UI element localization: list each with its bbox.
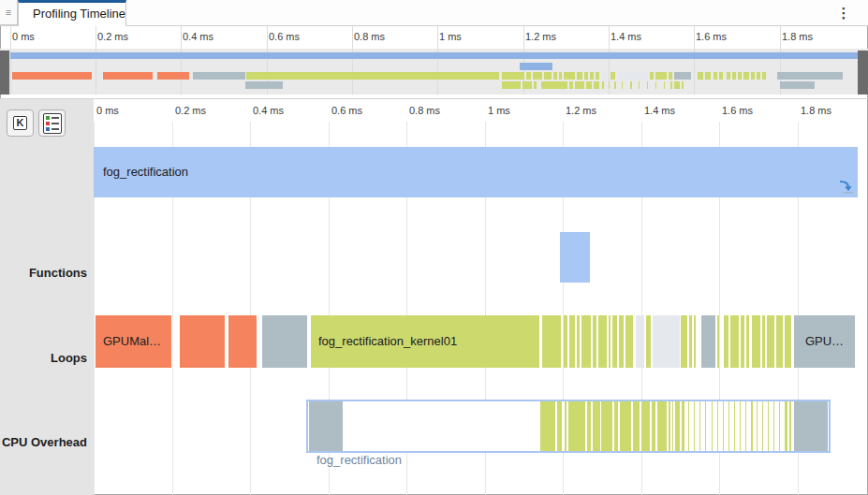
overview-cpu-overhead-segment: [698, 72, 703, 80]
cpu-overhead-row-segment[interactable]: [625, 315, 633, 368]
gpu-activities-row-segment[interactable]: [794, 401, 828, 451]
cpu-overhead-row-segment[interactable]: [689, 315, 692, 368]
cpu-overhead-row-segment[interactable]: [598, 315, 607, 368]
gpu-activities-row-segment[interactable]: [568, 401, 585, 451]
gpu-activities-row-segment[interactable]: [540, 401, 555, 451]
row-label-loops: Loops: [0, 351, 87, 365]
cpu-overhead-row-segment[interactable]: [609, 315, 611, 368]
cpu-overhead-row-segment[interactable]: [681, 315, 687, 368]
overview-cpu-overhead-segment: [193, 72, 245, 80]
gpu-activities-row-segment[interactable]: [723, 401, 724, 451]
cpu-overhead-row-segment[interactable]: [653, 315, 680, 368]
gpu-activities-row-segment[interactable]: [657, 401, 667, 451]
gpu-activities-row-segment[interactable]: [593, 401, 600, 451]
gpu-activities-row-segment[interactable]: [740, 401, 741, 451]
gpu-activities-row-segment[interactable]: [652, 401, 655, 451]
cpu-overhead-row-segment[interactable]: [752, 315, 760, 368]
cpu-overhead-row-segment[interactable]: [776, 315, 783, 368]
overview-cpu-overhead-segment: [669, 72, 672, 80]
cpu-overhead-row-segment[interactable]: [724, 315, 728, 368]
cpu-overhead-row-segment[interactable]: [612, 315, 617, 368]
gpu-activities-row-segment[interactable]: [779, 401, 780, 451]
overflow-menu-icon[interactable]: ⋮: [834, 3, 853, 23]
gpu-activities-row-segment[interactable]: [565, 401, 566, 451]
cpu-overhead-row-segment[interactable]: GPUMal…: [96, 315, 171, 368]
legend-button[interactable]: [38, 109, 66, 137]
gpu-activities-row-segment[interactable]: [745, 401, 746, 451]
cpu-overhead-row-segment[interactable]: [767, 315, 774, 368]
loops-row-segment[interactable]: [560, 232, 590, 283]
ruler-tick-label: 0 ms: [12, 31, 35, 42]
cpu-overhead-row-segment[interactable]: [262, 315, 307, 368]
cpu-overhead-row-segment[interactable]: [746, 315, 749, 368]
cpu-overhead-row-segment[interactable]: [762, 315, 765, 368]
cpu-overhead-row-segment[interactable]: GPU…: [794, 315, 855, 368]
gpu-activities-row-segment[interactable]: [641, 401, 650, 451]
cpu-overhead-row-segment[interactable]: [581, 315, 591, 368]
cpu-overhead-row-segment[interactable]: [741, 315, 744, 368]
gpu-activities-row-segment[interactable]: [587, 401, 591, 451]
cpu-overhead-row-segment[interactable]: [577, 315, 580, 368]
jump-to-callee-icon[interactable]: [838, 179, 854, 195]
cpu-overhead-row-segment[interactable]: [180, 315, 225, 368]
gpu-activities-row-segment[interactable]: [751, 401, 753, 451]
gpu-activities-row-segment[interactable]: [614, 401, 618, 451]
ruler-tick-label: 0.4 ms: [183, 31, 213, 42]
ruler-tick-label: 0.8 ms: [409, 105, 440, 116]
gpu-activities-row-segment[interactable]: [728, 401, 729, 451]
gpu-activities-row-segment[interactable]: [705, 401, 706, 451]
functions-bar-fog-rectification[interactable]: fog_rectification: [94, 147, 858, 197]
gpu-activities-row-segment[interactable]: [734, 401, 735, 451]
gpu-activities-row-segment[interactable]: [712, 401, 713, 451]
gpu-activities-row-segment[interactable]: [717, 401, 718, 451]
cpu-overhead-row-segment[interactable]: [701, 315, 715, 368]
gpu-activities-row-segment[interactable]: [682, 401, 684, 451]
ruler-gridline: [181, 26, 182, 95]
gpu-activities-row-segment[interactable]: [601, 401, 612, 451]
gpu-activities-row-segment[interactable]: [768, 401, 769, 451]
cpu-overhead-row-segment[interactable]: [228, 315, 257, 368]
overview-cpu-overhead-segment: [577, 72, 582, 80]
gpu-activities-row-segment[interactable]: [694, 401, 695, 451]
gpu-activities-row-segment[interactable]: [699, 401, 700, 451]
overview-gpu-activities-segment: [670, 81, 672, 89]
gpu-activities-row-segment[interactable]: [688, 401, 689, 451]
overview-handle-left[interactable]: [0, 51, 9, 95]
ruler-tick-label: 1.8 ms: [782, 31, 813, 42]
gpu-activities-row-segment[interactable]: [785, 401, 787, 451]
gpu-activities-row-segment[interactable]: [309, 401, 343, 451]
gpu-activities-row-segment[interactable]: [757, 401, 758, 451]
cpu-overhead-row-segment[interactable]: [564, 315, 567, 368]
cpu-overhead-row-segment[interactable]: [636, 315, 644, 368]
panel-menu-icon[interactable]: ≡: [0, 0, 18, 25]
functions-bar-label: fog_rectification: [103, 147, 188, 197]
gpu-activities-row-segment[interactable]: [675, 401, 680, 451]
gpu-activities-row-segment[interactable]: [557, 401, 562, 451]
tab-profiling-timeline[interactable]: Profiling Timeline: [18, 0, 126, 26]
overview-gpu-activities-segment: [622, 81, 623, 89]
cpu-overhead-row-segment[interactable]: fog_rectification_kernel01: [311, 315, 539, 368]
cpu-overhead-row-segment[interactable]: [717, 315, 719, 368]
cpu-overhead-row-segment[interactable]: [569, 315, 575, 368]
overview-cpu-overhead-segment: [751, 72, 755, 80]
cpu-overhead-row-segment[interactable]: [542, 315, 561, 368]
cpu-overhead-row-segment[interactable]: [619, 315, 624, 368]
gpu-activities-row-segment[interactable]: [672, 401, 673, 451]
gpu-activities-row-segment[interactable]: [762, 401, 763, 451]
gpu-activities-row-segment[interactable]: [669, 401, 670, 451]
kernel-view-button[interactable]: K: [7, 109, 34, 137]
ruler-tick-label: 0.8 ms: [354, 31, 385, 42]
cpu-overhead-row-segment[interactable]: [730, 315, 739, 368]
gpu-activities-row-segment[interactable]: [773, 401, 774, 451]
gpu-activities-row-segment[interactable]: [620, 401, 631, 451]
overview-handle-right[interactable]: [858, 51, 868, 95]
overview-gpu-activities-segment: [586, 81, 592, 89]
gpu-activities-row-segment[interactable]: [789, 401, 791, 451]
cpu-overhead-row-segment[interactable]: [785, 315, 791, 368]
row-label-cpu-overhead: CPU Overhead: [0, 435, 87, 449]
cpu-overhead-row-segment[interactable]: [646, 315, 651, 368]
overview-gpu-activities-segment: [245, 81, 283, 89]
gpu-activities-row-segment[interactable]: [633, 401, 640, 451]
cpu-overhead-row-segment[interactable]: [694, 315, 696, 368]
cpu-overhead-row-segment[interactable]: [593, 315, 596, 368]
